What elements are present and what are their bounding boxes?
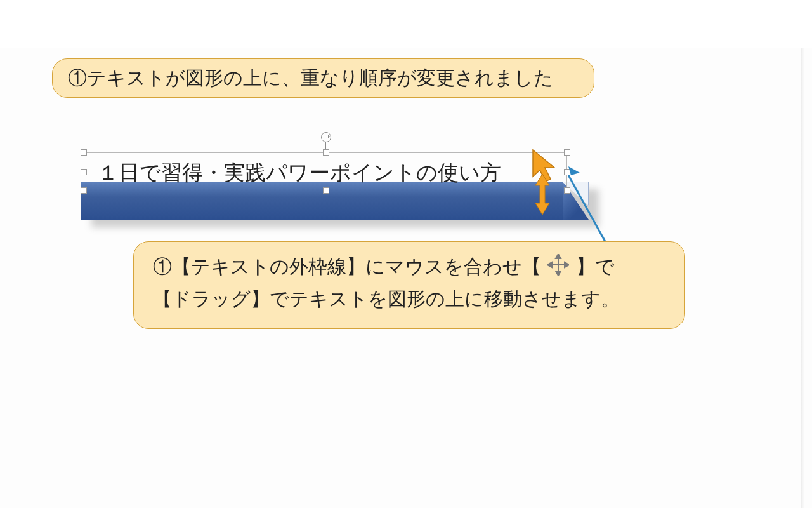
resize-handle-bl[interactable] bbox=[81, 187, 87, 194]
slide-right-edge bbox=[801, 48, 804, 508]
move-cursor-icon bbox=[547, 254, 569, 284]
svg-marker-6 bbox=[556, 254, 561, 258]
annotation-cursor-arrow bbox=[527, 147, 603, 249]
svg-marker-8 bbox=[547, 262, 552, 267]
svg-marker-1 bbox=[568, 166, 580, 175]
textbox-content[interactable]: １日で習得・実践パワーポイントの使い方 bbox=[98, 159, 501, 187]
callout-drag-line1b: 】で bbox=[576, 256, 615, 277]
callout-order-changed: ①テキストが図形の上に、重なり順序が変更されました bbox=[52, 58, 594, 98]
resize-handle-tl[interactable] bbox=[81, 149, 87, 156]
svg-marker-9 bbox=[565, 262, 569, 267]
callout-drag-line1a: ①【テキストの外枠線】にマウスを合わせ【 bbox=[153, 256, 541, 277]
svg-marker-3 bbox=[535, 174, 549, 215]
callout-drag-instruction: ①【テキストの外枠線】にマウスを合わせ【 】で 【ドラッグ】でテキストを図形の上… bbox=[133, 241, 685, 329]
svg-marker-7 bbox=[556, 271, 561, 276]
resize-handle-bm[interactable] bbox=[323, 187, 329, 194]
textbox-selected[interactable]: １日で習得・実践パワーポイントの使い方 bbox=[84, 152, 567, 190]
resize-handle-tm[interactable] bbox=[323, 149, 329, 156]
callout-drag-line2: 【ドラッグ】でテキストを図形の上に移動させます。 bbox=[153, 284, 665, 314]
resize-handle-ml[interactable] bbox=[81, 169, 87, 175]
stage: ①テキストが図形の上に、重なり順序が変更されました １日で習得・実践パワーポイン… bbox=[0, 0, 812, 508]
double-arrow-vert-icon bbox=[533, 174, 552, 215]
rotate-handle-icon[interactable] bbox=[321, 132, 331, 142]
callout-order-changed-text: ①テキストが図形の上に、重なり順序が変更されました bbox=[68, 64, 553, 93]
callout-drag-line1: ①【テキストの外枠線】にマウスを合わせ【 】で bbox=[153, 252, 665, 284]
